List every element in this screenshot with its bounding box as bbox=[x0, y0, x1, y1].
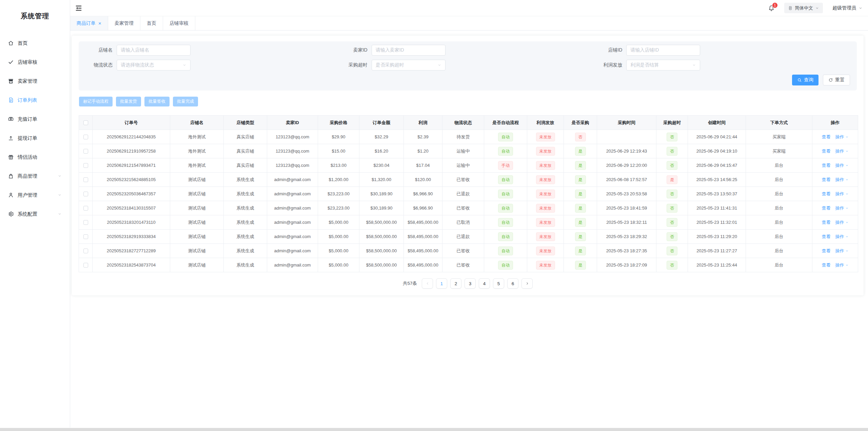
sidebar-item-9[interactable]: 用户管理 bbox=[0, 185, 70, 204]
reset-button[interactable]: 重置 bbox=[823, 75, 850, 85]
select-all-checkbox[interactable] bbox=[83, 120, 88, 125]
tab-1[interactable]: 商品订单× bbox=[70, 16, 108, 30]
tab-3[interactable]: 首页 bbox=[140, 16, 163, 30]
row-action-dropdown[interactable]: 操作 bbox=[835, 234, 849, 240]
row-action-dropdown[interactable]: 操作 bbox=[835, 177, 849, 183]
chevron-down-icon bbox=[859, 6, 863, 10]
view-link[interactable]: 查看 bbox=[822, 191, 831, 197]
page-button-1[interactable]: 1 bbox=[436, 278, 447, 289]
cell-profit: $58,495,000.00 bbox=[404, 215, 442, 230]
row-action-dropdown[interactable]: 操作 bbox=[835, 219, 849, 226]
view-link[interactable]: 查看 bbox=[822, 162, 831, 169]
row-action-dropdown[interactable]: 操作 bbox=[835, 134, 849, 140]
row-checkbox[interactable] bbox=[83, 234, 88, 239]
filter-label: 店铺名 bbox=[85, 47, 113, 53]
column-header: 利润发放 bbox=[527, 116, 564, 130]
tab-2[interactable]: 卖家管理 bbox=[108, 16, 140, 30]
horizontal-scrollbar[interactable] bbox=[0, 428, 868, 431]
batch-sign-button[interactable]: 批量签收 bbox=[144, 97, 170, 106]
sidebar-item-5[interactable]: 充值订单 bbox=[0, 110, 70, 129]
sidebar-item-3[interactable]: 卖家管理 bbox=[0, 72, 70, 91]
notification-bell[interactable]: 1 bbox=[768, 5, 775, 12]
purchase-timeout-tag: 否 bbox=[667, 232, 677, 241]
sidebar-item-1[interactable]: 首页 bbox=[0, 34, 70, 53]
cell-profit: $120.00 bbox=[404, 173, 442, 187]
chevron-down-icon bbox=[692, 63, 696, 67]
view-link[interactable]: 查看 bbox=[822, 134, 831, 140]
chevron-down-icon bbox=[845, 207, 849, 210]
close-tab-icon[interactable]: × bbox=[98, 21, 101, 26]
cell-create-time: 2025-05-23 14:56:25 bbox=[688, 173, 746, 187]
mark-manual-flow-button[interactable]: 标记手动流程 bbox=[79, 97, 113, 106]
row-checkbox[interactable] bbox=[83, 206, 88, 211]
view-link[interactable]: 查看 bbox=[822, 262, 831, 268]
row-checkbox[interactable] bbox=[83, 135, 88, 139]
page-button-4[interactable]: 4 bbox=[479, 278, 490, 289]
view-link[interactable]: 查看 bbox=[822, 177, 831, 183]
is-purchased-tag: 是 bbox=[575, 232, 586, 241]
purchase-timeout-tag: 否 bbox=[667, 247, 677, 255]
view-link[interactable]: 查看 bbox=[822, 205, 831, 211]
shop-id-input[interactable]: 请输入店铺ID bbox=[626, 45, 700, 56]
shop-name-input[interactable]: 请输入店铺名 bbox=[117, 45, 191, 56]
column-header: 卖家ID bbox=[267, 116, 318, 130]
cell-profit-release: 未发放 bbox=[527, 244, 564, 258]
collapse-sidebar-icon[interactable] bbox=[75, 4, 82, 12]
row-action-dropdown[interactable]: 操作 bbox=[835, 248, 849, 254]
page-button-3[interactable]: 3 bbox=[465, 278, 476, 289]
user-menu[interactable]: 超级管理员 bbox=[832, 5, 863, 11]
placeholder-text: 请输入店铺名 bbox=[121, 47, 149, 53]
batch-complete-button[interactable]: 批量完成 bbox=[173, 97, 198, 106]
view-link[interactable]: 查看 bbox=[822, 234, 831, 240]
cell-profit-release: 未发放 bbox=[527, 258, 564, 272]
page-button-2[interactable]: 2 bbox=[450, 278, 461, 289]
placeholder-text: 请选择物流状态 bbox=[121, 62, 154, 68]
row-checkbox[interactable] bbox=[83, 163, 88, 168]
row-action-dropdown[interactable]: 操作 bbox=[835, 262, 849, 268]
page-button-5[interactable]: 5 bbox=[493, 278, 504, 289]
purchase-timeout-select[interactable]: 是否采购超时 bbox=[372, 60, 446, 71]
cell-shop-name: 测试店铺 bbox=[170, 173, 224, 187]
filter-field: 店铺ID请输入店铺ID bbox=[595, 45, 850, 56]
search-button[interactable]: 查询 bbox=[792, 75, 818, 85]
profit-release-select[interactable]: 利润是否结算 bbox=[626, 60, 700, 71]
prev-page-button[interactable] bbox=[422, 278, 433, 289]
sidebar-item-6[interactable]: 提现订单 bbox=[0, 129, 70, 148]
language-selector[interactable]: 简体中文 bbox=[784, 3, 823, 13]
row-checkbox[interactable] bbox=[83, 192, 88, 196]
row-checkbox[interactable] bbox=[83, 220, 88, 225]
row-action-dropdown[interactable]: 操作 bbox=[835, 205, 849, 211]
sidebar-item-8[interactable]: 商品管理 bbox=[0, 166, 70, 185]
select-cell bbox=[79, 144, 93, 158]
refresh-icon bbox=[828, 78, 833, 82]
sidebar-item-2[interactable]: 店铺审核 bbox=[0, 53, 70, 72]
table-row: 20250523205036467357测试店铺系统生成admin@gmail.… bbox=[79, 187, 858, 201]
sidebar-item-10[interactable]: 系统配置 bbox=[0, 204, 70, 223]
tab-4[interactable]: 店铺审核 bbox=[163, 16, 195, 30]
batch-ship-button[interactable]: 批量发货 bbox=[116, 97, 141, 106]
sidebar-item-7[interactable]: 情侣活动 bbox=[0, 148, 70, 166]
row-action-dropdown[interactable]: 操作 bbox=[835, 162, 849, 169]
row-action-dropdown[interactable]: 操作 bbox=[835, 191, 849, 197]
row-checkbox[interactable] bbox=[83, 249, 88, 253]
view-link[interactable]: 查看 bbox=[822, 219, 831, 226]
cell-auto-flow: 自动 bbox=[484, 230, 527, 244]
cell-shop-type: 系统生成 bbox=[224, 201, 267, 215]
bulk-actions: 标记手动流程批量发货批量签收批量完成 bbox=[79, 97, 857, 106]
row-checkbox[interactable] bbox=[83, 263, 88, 268]
is-purchased-tag: 是 bbox=[575, 190, 586, 198]
view-link[interactable]: 查看 bbox=[822, 148, 831, 154]
row-checkbox[interactable] bbox=[83, 149, 88, 154]
row-checkbox[interactable] bbox=[83, 177, 88, 182]
sidebar-item-4[interactable]: 订单列表 bbox=[0, 91, 70, 110]
select-cell bbox=[79, 258, 93, 272]
next-page-button[interactable] bbox=[521, 278, 533, 289]
seller-id-input[interactable]: 请输入卖家ID bbox=[372, 45, 446, 56]
row-action-dropdown[interactable]: 操作 bbox=[835, 148, 849, 154]
chevron-down-icon bbox=[845, 235, 849, 238]
logistics-status-select[interactable]: 请选择物流状态 bbox=[117, 60, 191, 71]
cell-order-method: 买家端 bbox=[746, 130, 812, 144]
view-link[interactable]: 查看 bbox=[822, 248, 831, 254]
page-button-6[interactable]: 6 bbox=[507, 278, 518, 289]
cell-seller-id: 123123@qq.com bbox=[267, 144, 318, 158]
